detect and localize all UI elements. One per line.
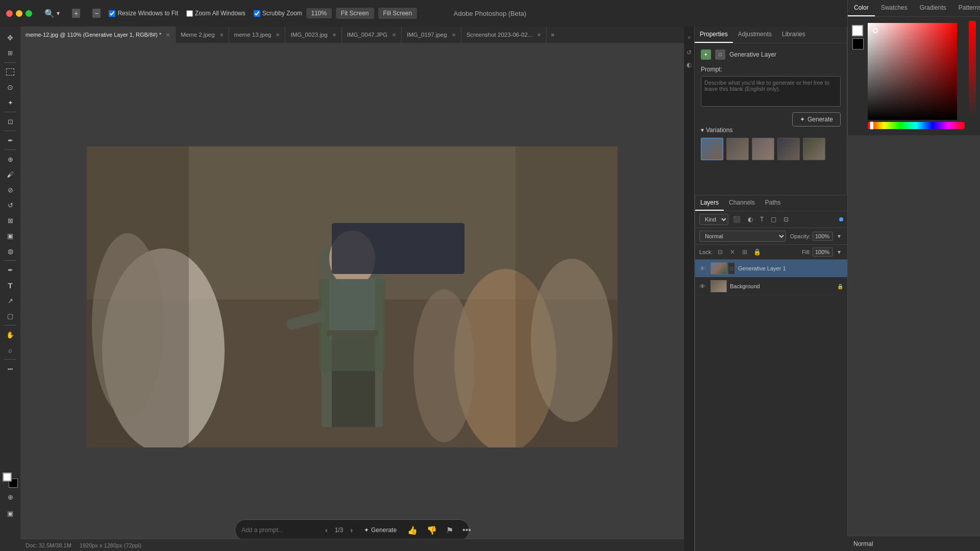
variation-thumb-2[interactable]: [726, 138, 749, 160]
lasso-tool-button[interactable]: ⊙: [3, 80, 18, 94]
marquee-tool-button[interactable]: [3, 65, 18, 79]
tab-layers[interactable]: Layers: [695, 195, 724, 211]
variation-thumb-3[interactable]: [752, 138, 774, 160]
layers-filter-shape-btn[interactable]: ▢: [768, 214, 779, 224]
color-gradient-picker[interactable]: [868, 23, 957, 120]
lock-pixels-btn[interactable]: ⊟: [716, 247, 725, 257]
prompt-input[interactable]: [241, 527, 318, 534]
opacity-dropdown-btn[interactable]: ▾: [835, 231, 843, 241]
artboard-tool-button[interactable]: ⊞: [3, 46, 18, 60]
object-select-button[interactable]: ✦: [3, 95, 18, 110]
opacity-input[interactable]: [813, 232, 833, 241]
screen-mode-button[interactable]: ▣: [3, 506, 18, 520]
lock-artboards-btn[interactable]: ⊞: [740, 247, 749, 257]
move-tool-button[interactable]: ✥: [3, 31, 18, 45]
tabs-overflow-button[interactable]: »: [547, 31, 558, 38]
background-color-box[interactable]: [852, 38, 864, 49]
zoom-all-windows-input[interactable]: [186, 10, 193, 17]
variation-thumb-5[interactable]: [803, 138, 825, 160]
resize-windows-checkbox[interactable]: Resize Windows to Fit: [109, 10, 178, 17]
dodge-tool-button[interactable]: ◍: [3, 244, 18, 258]
fill-dropdown-btn[interactable]: ▾: [835, 247, 843, 257]
tab-patterns[interactable]: Patterns: [952, 0, 980, 16]
fit-screen-button[interactable]: Fit Screen: [336, 8, 374, 19]
layers-filter-pixel-btn[interactable]: ⬛: [730, 214, 743, 224]
lock-position-btn[interactable]: ✕: [728, 247, 737, 257]
resize-windows-input[interactable]: [109, 10, 115, 17]
maximize-button[interactable]: [26, 10, 32, 17]
close-button[interactable]: [6, 10, 13, 17]
layers-filter-smart-btn[interactable]: ⊡: [781, 214, 791, 224]
tab-close-3[interactable]: ✕: [332, 32, 336, 38]
fg-bg-swatches[interactable]: [852, 25, 864, 49]
lock-all-btn[interactable]: 🔒: [752, 247, 762, 257]
eraser-tool-button[interactable]: ⊠: [3, 213, 18, 228]
tab-close-4[interactable]: ✕: [392, 32, 396, 38]
thumbs-down-button[interactable]: 👎: [424, 524, 439, 536]
tab-channels[interactable]: Channels: [724, 195, 760, 211]
more-tools-button[interactable]: •••: [3, 362, 18, 376]
tab-gradients[interactable]: Gradients: [914, 0, 952, 16]
eyedropper-tool-button[interactable]: ✒: [3, 133, 18, 147]
tab-properties[interactable]: Properties: [695, 27, 733, 43]
adjustments-panel-icon[interactable]: ◐: [684, 60, 694, 69]
fill-screen-button[interactable]: Fill Screen: [378, 8, 418, 19]
blend-mode-select[interactable]: Normal: [699, 231, 786, 242]
quick-mask-button[interactable]: ⊕: [3, 490, 18, 504]
layer-visibility-0[interactable]: 👁: [699, 265, 707, 272]
tab-5[interactable]: IMG_0197.jpeg ✕: [402, 27, 461, 43]
path-select-button[interactable]: ↗: [3, 293, 18, 308]
tab-paths[interactable]: Paths: [760, 195, 786, 211]
layer-item-1[interactable]: 👁 Background 🔒: [695, 278, 847, 295]
fill-input[interactable]: [813, 247, 833, 257]
zoom-in-button[interactable]: +: [68, 7, 84, 20]
fg-bg-color-swatch[interactable]: [3, 472, 18, 488]
type-tool-button[interactable]: T: [3, 278, 18, 292]
prompt-generate-button[interactable]: ✦ Generate: [360, 524, 401, 536]
tab-2[interactable]: meme 13.jpeg ✕: [229, 27, 286, 43]
tab-4[interactable]: IMG_0047.JPG ✕: [342, 27, 402, 43]
tab-color[interactable]: Color: [848, 0, 875, 16]
thumbs-up-button[interactable]: 👍: [405, 524, 420, 536]
history-brush-button[interactable]: ↺: [3, 198, 18, 212]
flag-button[interactable]: ⚑: [444, 524, 456, 536]
prev-prompt-button[interactable]: ‹: [322, 525, 331, 535]
tab-adjustments[interactable]: Adjustments: [733, 27, 777, 43]
kind-select[interactable]: Kind: [699, 214, 728, 225]
generate-button[interactable]: ✦ Generate: [792, 112, 841, 127]
layer-item-0[interactable]: 👁 ◻ Generative Layer 1: [695, 260, 847, 278]
layers-filter-type-btn[interactable]: T: [757, 214, 766, 224]
tab-3[interactable]: IMG_0023.jpg ✕: [285, 27, 341, 43]
tab-1[interactable]: Meme 2.jpeg ✕: [176, 27, 229, 43]
tab-6[interactable]: Screenshot 2023-06-02... ✕: [461, 27, 547, 43]
variation-thumb-4[interactable]: [777, 138, 800, 160]
alpha-slider[interactable]: [969, 21, 976, 118]
prompt-textarea[interactable]: [701, 76, 841, 107]
variation-thumb-1[interactable]: [701, 138, 723, 160]
pen-tool-button[interactable]: ✒: [3, 263, 18, 277]
foreground-color-box[interactable]: [852, 25, 863, 36]
shape-tool-button[interactable]: ▢: [3, 309, 18, 323]
zoom-all-windows-checkbox[interactable]: Zoom All Windows: [186, 10, 246, 17]
tab-close-0[interactable]: ✕: [166, 32, 170, 38]
scrubby-zoom-checkbox[interactable]: Scrubby Zoom: [254, 10, 302, 17]
more-options-button[interactable]: •••: [460, 524, 474, 536]
tab-close-2[interactable]: ✕: [276, 32, 280, 38]
zoom-out-button[interactable]: −: [88, 7, 105, 20]
foreground-color-swatch[interactable]: [3, 472, 12, 482]
tab-libraries[interactable]: Libraries: [777, 27, 811, 43]
layers-filter-adjust-btn[interactable]: ◐: [745, 214, 755, 224]
crop-tool-button[interactable]: ⊡: [3, 114, 18, 129]
tab-close-6[interactable]: ✕: [537, 32, 541, 38]
zoom-tool-left-button[interactable]: ⌕: [3, 343, 18, 357]
gradient-tool-button[interactable]: ▣: [3, 229, 18, 243]
layer-visibility-1[interactable]: 👁: [699, 283, 707, 290]
tab-close-5[interactable]: ✕: [452, 32, 456, 38]
scrubby-zoom-input[interactable]: [254, 10, 260, 17]
history-panel-icon[interactable]: ↺: [684, 48, 694, 57]
clone-stamp-button[interactable]: ⊘: [3, 183, 18, 197]
tab-swatches[interactable]: Swatches: [875, 0, 914, 16]
tab-0[interactable]: meme-12.jpg @ 110% (Generative Layer 1, …: [20, 27, 176, 43]
minimize-button[interactable]: [16, 10, 22, 17]
zoom-tool-button[interactable]: 🔍 ▾: [40, 7, 64, 20]
